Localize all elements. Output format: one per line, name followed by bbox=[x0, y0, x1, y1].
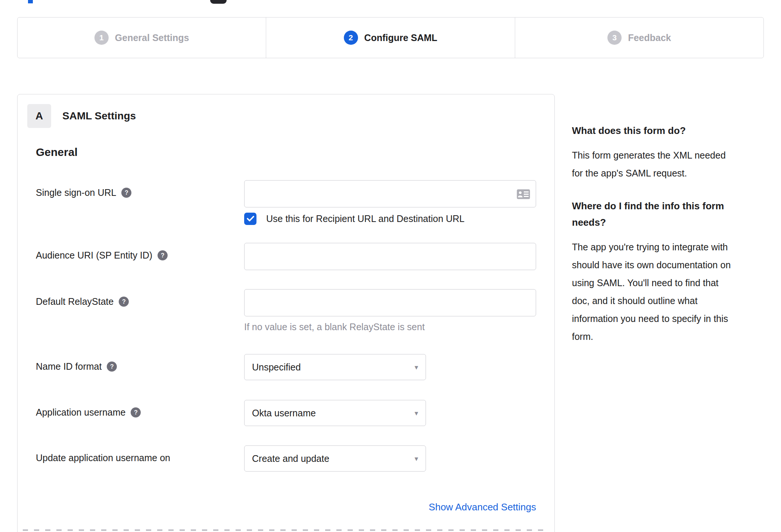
audience-uri-row: Audience URI (SP Entity ID) ? bbox=[36, 243, 554, 270]
relay-state-control: If no value is set, a blank RelayState i… bbox=[244, 289, 536, 332]
saml-form: Single sign-on URL ? bbox=[36, 180, 554, 513]
recipient-url-checkbox-row: Use this for Recipient URL and Destinati… bbox=[244, 212, 536, 225]
update-username-select[interactable]: Create and update ▾ bbox=[244, 445, 426, 472]
step-feedback[interactable]: 3 Feedback bbox=[515, 18, 763, 58]
relay-state-row: Default RelayState ? If no value is set,… bbox=[36, 289, 554, 332]
wizard-stepper: 1 General Settings 2 Configure SAML 3 Fe… bbox=[17, 17, 764, 58]
audience-uri-input[interactable] bbox=[244, 243, 536, 270]
recipient-url-checkbox[interactable] bbox=[244, 213, 256, 225]
app-username-label: Application username ? bbox=[36, 400, 244, 426]
name-id-format-control: Unspecified ▾ bbox=[244, 354, 426, 380]
cutoff-header-dark-shape bbox=[210, 0, 227, 4]
help-icon[interactable]: ? bbox=[131, 407, 141, 417]
name-id-format-row: Name ID format ? Unspecified ▾ bbox=[36, 354, 554, 380]
check-icon bbox=[247, 216, 254, 222]
chevron-down-icon: ▾ bbox=[414, 363, 418, 372]
card-header: A SAML Settings bbox=[27, 104, 554, 128]
step-label: General Settings bbox=[115, 32, 189, 43]
step-number-badge: 2 bbox=[344, 31, 358, 45]
help-icon[interactable]: ? bbox=[158, 250, 168, 260]
selected-value: Unspecified bbox=[252, 362, 301, 373]
sidebar-heading-what: What does this form do? bbox=[572, 122, 760, 139]
contact-card-icon bbox=[517, 189, 530, 199]
audience-uri-control bbox=[244, 243, 536, 270]
general-section-heading: General bbox=[36, 146, 554, 159]
advanced-settings-row: Show Advanced Settings bbox=[36, 501, 536, 513]
chevron-down-icon: ▾ bbox=[414, 454, 418, 463]
name-id-format-select[interactable]: Unspecified ▾ bbox=[244, 354, 426, 380]
relay-state-hint: If no value is set, a blank RelayState i… bbox=[244, 322, 536, 332]
relay-state-label: Default RelayState ? bbox=[36, 289, 244, 332]
update-username-row: Update application username on Create an… bbox=[36, 445, 554, 472]
chevron-down-icon: ▾ bbox=[414, 409, 418, 417]
page: 1 General Settings 2 Configure SAML 3 Fe… bbox=[0, 0, 781, 532]
section-a-badge: A bbox=[27, 104, 51, 128]
recipient-url-checkbox-label[interactable]: Use this for Recipient URL and Destinati… bbox=[266, 213, 464, 224]
dashed-section-divider bbox=[23, 529, 549, 531]
sidebar-heading-where: Where do I find the info this form needs… bbox=[572, 198, 760, 231]
step-label: Configure SAML bbox=[364, 32, 438, 43]
update-username-control: Create and update ▾ bbox=[244, 445, 426, 472]
selected-value: Okta username bbox=[252, 408, 316, 419]
sso-url-row: Single sign-on URL ? bbox=[36, 180, 554, 225]
selected-value: Create and update bbox=[252, 453, 329, 464]
cutoff-header-blue-shape bbox=[28, 0, 33, 3]
step-number-badge: 1 bbox=[94, 31, 109, 45]
audience-uri-label: Audience URI (SP Entity ID) ? bbox=[36, 243, 244, 270]
sidebar-body-where: The app you're trying to integrate with … bbox=[572, 238, 760, 345]
show-advanced-settings-link[interactable]: Show Advanced Settings bbox=[429, 501, 536, 513]
step-general-settings[interactable]: 1 General Settings bbox=[18, 18, 266, 58]
step-label: Feedback bbox=[628, 32, 671, 43]
app-username-control: Okta username ▾ bbox=[244, 400, 426, 426]
help-sidebar: What does this form do? This form genera… bbox=[572, 122, 760, 361]
help-icon[interactable]: ? bbox=[119, 297, 129, 307]
step-configure-saml[interactable]: 2 Configure SAML bbox=[266, 18, 514, 58]
help-icon[interactable]: ? bbox=[107, 362, 117, 372]
step-number-badge: 3 bbox=[607, 31, 622, 45]
sso-url-input[interactable] bbox=[244, 180, 536, 207]
app-username-row: Application username ? Okta username ▾ bbox=[36, 400, 554, 426]
sso-url-control: Use this for Recipient URL and Destinati… bbox=[244, 180, 536, 225]
name-id-format-label: Name ID format ? bbox=[36, 354, 244, 380]
saml-settings-card: A SAML Settings General Single sign-on U… bbox=[17, 94, 555, 532]
update-username-label: Update application username on bbox=[36, 445, 244, 472]
relay-state-input[interactable] bbox=[244, 289, 536, 316]
sso-url-label: Single sign-on URL ? bbox=[36, 180, 244, 225]
sidebar-body-what: This form generates the XML needed for t… bbox=[572, 146, 760, 182]
app-username-select[interactable]: Okta username ▾ bbox=[244, 400, 426, 426]
help-icon[interactable]: ? bbox=[121, 188, 131, 198]
card-title: SAML Settings bbox=[62, 110, 136, 122]
